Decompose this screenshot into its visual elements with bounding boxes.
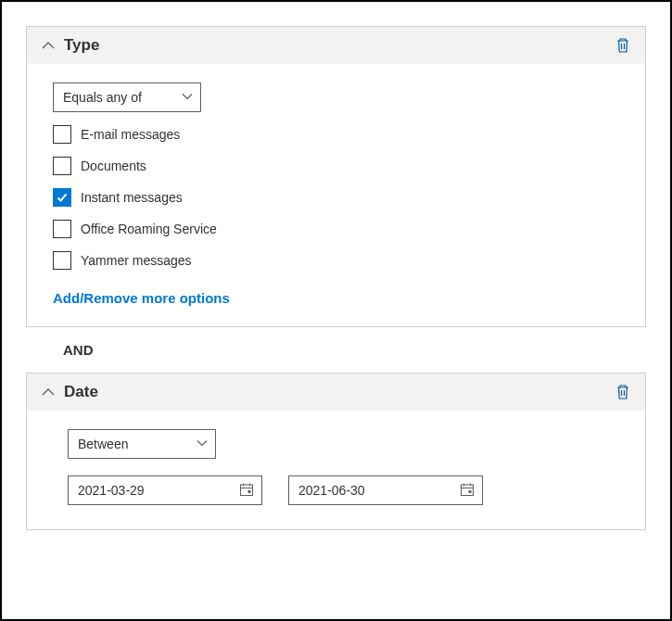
checkbox-label: Instant messages: [81, 190, 183, 205]
checkbox-label: Yammer messages: [81, 253, 192, 268]
delete-icon[interactable]: [615, 384, 630, 400]
checkbox-documents[interactable]: Documents: [53, 157, 619, 175]
type-section-title: Type: [64, 36, 606, 55]
checkbox-checked-icon: [53, 188, 71, 207]
chevron-down-icon: [197, 437, 208, 451]
chevron-down-icon: [182, 90, 193, 105]
delete-icon[interactable]: [615, 37, 630, 54]
type-section-header: Type: [27, 27, 645, 64]
add-remove-options-link[interactable]: Add/Remove more options: [53, 290, 230, 306]
checkbox-label: Office Roaming Service: [81, 222, 217, 236]
type-operator-value: Equals any of: [63, 90, 142, 105]
svg-rect-3: [469, 490, 472, 493]
chevron-up-icon[interactable]: [42, 386, 55, 399]
type-filter-section: Type Equals any of E-mail messages Docum…: [26, 26, 646, 327]
checkbox-icon: [53, 157, 71, 175]
date-from-value: 2021-03-29: [78, 483, 145, 498]
checkbox-icon: [53, 251, 71, 270]
date-section-title: Date: [64, 383, 606, 401]
date-section-header: Date: [27, 374, 645, 411]
date-operator-select[interactable]: Between: [68, 429, 216, 459]
checkbox-email-messages[interactable]: E-mail messages: [53, 125, 619, 144]
date-operator-value: Between: [78, 437, 128, 451]
date-to-value: 2021-06-30: [298, 483, 365, 498]
logic-operator-label: AND: [63, 342, 646, 358]
type-section-body: Equals any of E-mail messages Documents …: [27, 64, 645, 326]
calendar-icon: [239, 482, 254, 500]
checkbox-icon: [53, 220, 71, 238]
chevron-up-icon[interactable]: [42, 39, 55, 52]
date-filter-section: Date Between 2021-03-29 202: [26, 373, 646, 530]
checkbox-instant-messages[interactable]: Instant messages: [53, 188, 619, 207]
calendar-icon: [460, 482, 475, 500]
checkbox-label: E-mail messages: [81, 127, 180, 142]
checkbox-label: Documents: [81, 158, 146, 173]
date-to-input[interactable]: 2021-06-30: [288, 475, 483, 505]
type-operator-select[interactable]: Equals any of: [53, 82, 201, 112]
checkbox-yammer[interactable]: Yammer messages: [53, 251, 619, 270]
svg-rect-0: [241, 485, 253, 496]
checkbox-icon: [53, 125, 71, 144]
checkbox-office-roaming[interactable]: Office Roaming Service: [53, 220, 619, 238]
svg-rect-2: [462, 485, 474, 496]
svg-rect-1: [248, 490, 251, 493]
date-from-input[interactable]: 2021-03-29: [68, 475, 262, 505]
date-section-body: Between 2021-03-29 2021-06-30: [27, 411, 645, 529]
